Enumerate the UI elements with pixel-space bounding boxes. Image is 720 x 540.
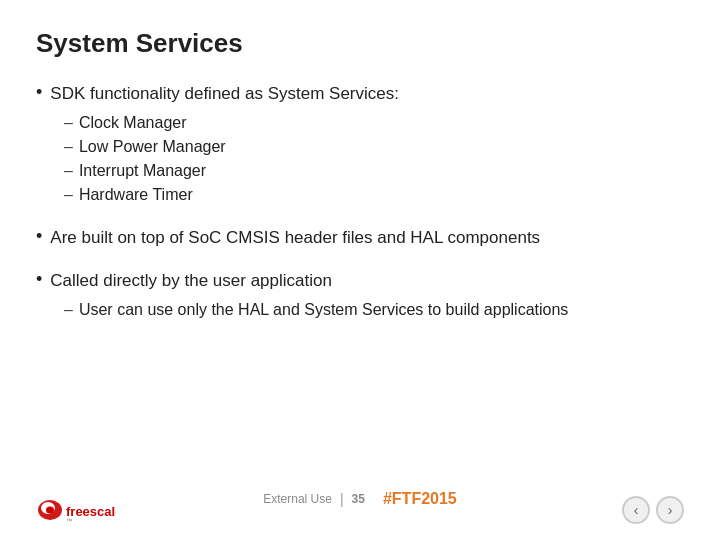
prev-button[interactable]: ‹	[622, 496, 650, 524]
sub-item-1-1: – Clock Manager	[64, 111, 684, 135]
sub-item-text-1-3: Interrupt Manager	[79, 159, 206, 183]
freescale-logo-icon: freescale ™	[36, 494, 116, 526]
sub-dash: –	[64, 111, 73, 135]
slide-title: System Services	[36, 28, 684, 59]
bullet-main-1: • SDK functionality defined as System Se…	[36, 81, 684, 107]
bullet-text-2: Are built on top of SoC CMSIS header fil…	[50, 225, 540, 251]
bullet-text-3: Called directly by the user application	[50, 268, 332, 294]
sub-dash: –	[64, 135, 73, 159]
sub-item-1-3: – Interrupt Manager	[64, 159, 684, 183]
bullet-main-2: • Are built on top of SoC CMSIS header f…	[36, 225, 684, 251]
bullet-dot-1: •	[36, 82, 42, 103]
footer-center: External Use | 35 #FTF2015	[263, 490, 457, 508]
next-button[interactable]: ›	[656, 496, 684, 524]
sub-item-text-1-2: Low Power Manager	[79, 135, 226, 159]
sub-item-1-4: – Hardware Timer	[64, 183, 684, 207]
sub-list-1: – Clock Manager – Low Power Manager – In…	[64, 111, 684, 207]
sub-dash: –	[64, 159, 73, 183]
footer-left: freescale ™	[36, 494, 116, 526]
sub-item-text-1-4: Hardware Timer	[79, 183, 193, 207]
bullet-dot-3: •	[36, 269, 42, 290]
sub-list-3: – User can use only the HAL and System S…	[64, 298, 684, 322]
bullet-section-1: • SDK functionality defined as System Se…	[36, 81, 684, 207]
bullet-main-3: • Called directly by the user applicatio…	[36, 268, 684, 294]
sub-dash: –	[64, 183, 73, 207]
sub-dash: –	[64, 298, 73, 322]
page-number: 35	[352, 492, 365, 506]
footer-hashtag: #FTF2015	[383, 490, 457, 508]
sub-item-text-3-1: User can use only the HAL and System Ser…	[79, 298, 568, 322]
svg-text:™: ™	[66, 518, 72, 524]
footer-divider: |	[340, 491, 344, 507]
sub-item-3-1: – User can use only the HAL and System S…	[64, 298, 684, 322]
bullet-section-3: • Called directly by the user applicatio…	[36, 268, 684, 322]
bullet-section-2: • Are built on top of SoC CMSIS header f…	[36, 225, 684, 251]
slide: System Services • SDK functionality defi…	[0, 0, 720, 540]
external-use-label: External Use	[263, 492, 332, 506]
svg-point-2	[46, 507, 54, 514]
footer-nav: ‹ ›	[622, 496, 684, 524]
svg-text:freescale: freescale	[66, 504, 116, 519]
sub-item-text-1-1: Clock Manager	[79, 111, 187, 135]
footer: freescale ™ External Use | 35 #FTF2015 ‹…	[0, 494, 720, 526]
bullet-dot-2: •	[36, 226, 42, 247]
sub-item-1-2: – Low Power Manager	[64, 135, 684, 159]
bullet-text-1: SDK functionality defined as System Serv…	[50, 81, 399, 107]
